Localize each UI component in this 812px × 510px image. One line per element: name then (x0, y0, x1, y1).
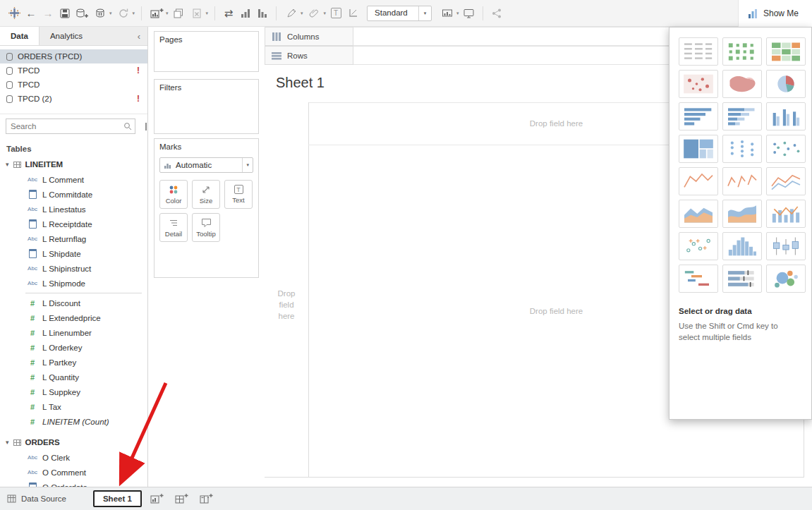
fit-select[interactable]: Standard ▾ (367, 6, 432, 21)
sort-ascending-icon[interactable] (237, 5, 254, 22)
showme-histogram-icon[interactable] (722, 232, 762, 260)
table-group-lineitem[interactable]: ▾ LINEITEM (0, 157, 147, 172)
tooltip-button[interactable]: Tooltip (192, 213, 220, 242)
detail-button[interactable]: Detail (159, 213, 188, 242)
fit-select-caret-icon[interactable]: ▾ (418, 6, 431, 20)
showme-text-table-icon[interactable] (679, 37, 718, 66)
clear-sheet-caret-icon[interactable]: ▾ (206, 11, 209, 16)
datasource-item[interactable]: TPCD (0, 78, 147, 92)
fix-axes-icon[interactable] (344, 5, 361, 22)
swap-rows-columns-icon[interactable]: ⇄ (220, 5, 237, 22)
highlight-icon[interactable] (283, 5, 300, 22)
showme-side-by-side-bars-icon[interactable] (766, 102, 806, 130)
field-row[interactable]: O Comment (0, 465, 147, 480)
new-worksheet-icon[interactable] (148, 5, 165, 22)
field-row[interactable]: L Shipinstruct (0, 261, 147, 276)
new-data-source-icon[interactable] (73, 5, 90, 22)
field-row[interactable]: L Discount (0, 296, 147, 310)
presentation-mode-icon[interactable] (461, 5, 478, 22)
tab-data[interactable]: Data (0, 27, 40, 45)
field-row[interactable]: L Partkey (0, 355, 147, 370)
redo-icon[interactable]: → (40, 5, 56, 22)
search-input[interactable] (6, 122, 123, 130)
collapse-caret-icon[interactable]: ▾ (6, 161, 9, 168)
field-row[interactable]: L Linenumber (0, 325, 147, 340)
pages-shelf[interactable]: Pages (154, 31, 259, 72)
field-row[interactable]: L Quantity (0, 370, 147, 384)
showme-stacked-bars-icon[interactable] (722, 102, 762, 130)
field-row[interactable]: L Commitdate (0, 187, 147, 202)
fit-axes-icon[interactable] (439, 5, 456, 22)
showme-heat-map-icon[interactable] (722, 37, 762, 66)
showme-highlight-table-icon[interactable] (766, 37, 806, 66)
show-mark-labels-icon[interactable]: T (327, 5, 344, 22)
showme-horizontal-bars-icon[interactable] (679, 102, 718, 130)
filters-shelf[interactable]: Filters (154, 79, 259, 134)
group-members-icon[interactable] (306, 5, 323, 22)
pause-auto-updates-icon[interactable] (92, 5, 109, 22)
showme-bullet-graphs-icon[interactable] (722, 265, 762, 293)
new-dashboard-button[interactable] (173, 492, 191, 506)
field-row[interactable]: L Shipdate (0, 246, 147, 261)
duplicate-sheet-icon[interactable] (170, 5, 187, 22)
showme-side-by-side-circles-icon[interactable] (766, 135, 806, 163)
tab-analytics[interactable]: Analytics (40, 27, 93, 45)
showme-discrete-lines-icon[interactable] (722, 167, 762, 195)
mark-type-caret-icon[interactable]: ▾ (242, 158, 253, 172)
sheet1-tab[interactable]: Sheet 1 (93, 490, 142, 507)
showme-circle-views-icon[interactable] (722, 135, 762, 163)
field-row[interactable]: L Linestatus (0, 202, 147, 217)
run-updates-caret-icon[interactable]: ▾ (133, 11, 135, 16)
showme-packed-bubbles-icon[interactable] (766, 265, 806, 293)
showme-treemap-icon[interactable] (679, 135, 718, 163)
showme-area-charts-discrete-icon[interactable] (722, 200, 762, 228)
show-me-button[interactable]: Show Me (738, 0, 812, 27)
field-row[interactable]: L Extendedprice (0, 310, 147, 325)
field-row[interactable]: L Comment (0, 172, 147, 187)
field-row[interactable]: L Suppkey (0, 384, 147, 399)
mark-type-dropdown[interactable]: Automatic ▾ (159, 157, 253, 173)
sort-descending-icon[interactable] (254, 5, 271, 22)
color-button[interactable]: Color (159, 180, 188, 209)
showme-filled-map-icon[interactable] (722, 70, 762, 98)
highlight-caret-icon[interactable]: ▾ (301, 11, 303, 16)
share-icon[interactable] (488, 5, 505, 22)
showme-gantt-icon[interactable] (679, 265, 718, 293)
showme-continuous-lines-icon[interactable] (679, 167, 718, 195)
showme-pie-chart-icon[interactable] (766, 70, 806, 98)
datasource-item[interactable]: TPCD ! (0, 63, 147, 78)
save-icon[interactable] (56, 5, 73, 22)
field-row[interactable]: L Returnflag (0, 231, 147, 246)
undo-icon[interactable]: ← (23, 5, 40, 22)
showme-dual-lines-icon[interactable] (766, 167, 806, 195)
view-options-icon[interactable] (145, 123, 147, 130)
tableau-logo-icon[interactable] (6, 5, 23, 22)
size-button[interactable]: Size (192, 180, 220, 209)
field-row[interactable]: L Tax (0, 399, 147, 414)
collapse-pane-icon[interactable]: ‹ (131, 27, 147, 45)
field-row[interactable]: L Receiptdate (0, 217, 147, 231)
data-source-tab[interactable]: Data Source (0, 487, 76, 510)
run-auto-updates-icon[interactable] (115, 5, 132, 22)
fit-axes-caret-icon[interactable]: ▾ (456, 11, 459, 16)
field-row[interactable]: LINEITEM (Count) (0, 414, 147, 429)
new-worksheet-button[interactable] (148, 492, 166, 506)
field-row[interactable]: L Orderkey (0, 340, 147, 355)
new-worksheet-caret-icon[interactable]: ▾ (166, 11, 169, 16)
clear-sheet-icon[interactable] (188, 5, 205, 22)
field-row[interactable]: O Clerk (0, 450, 147, 465)
showme-dual-combination-icon[interactable] (766, 200, 806, 228)
text-button[interactable]: T Text (224, 180, 253, 209)
showme-symbol-map-icon[interactable] (679, 70, 718, 98)
datasource-item[interactable]: TPCD (2) ! (0, 92, 147, 106)
new-story-button[interactable] (198, 492, 216, 506)
pause-updates-caret-icon[interactable]: ▾ (109, 11, 112, 16)
collapse-caret-icon[interactable]: ▾ (6, 439, 9, 446)
showme-box-and-whisker-icon[interactable] (766, 232, 806, 260)
table-group-orders[interactable]: ▾ ORDERS (0, 435, 147, 450)
group-members-caret-icon[interactable]: ▾ (324, 11, 327, 16)
showme-scatter-plots-icon[interactable] (679, 232, 718, 260)
field-row[interactable]: O Orderdate (0, 480, 147, 487)
datasource-item[interactable]: ORDERS (TPCD) (0, 49, 147, 63)
drop-zone-left[interactable]: Drop field here (270, 288, 303, 322)
